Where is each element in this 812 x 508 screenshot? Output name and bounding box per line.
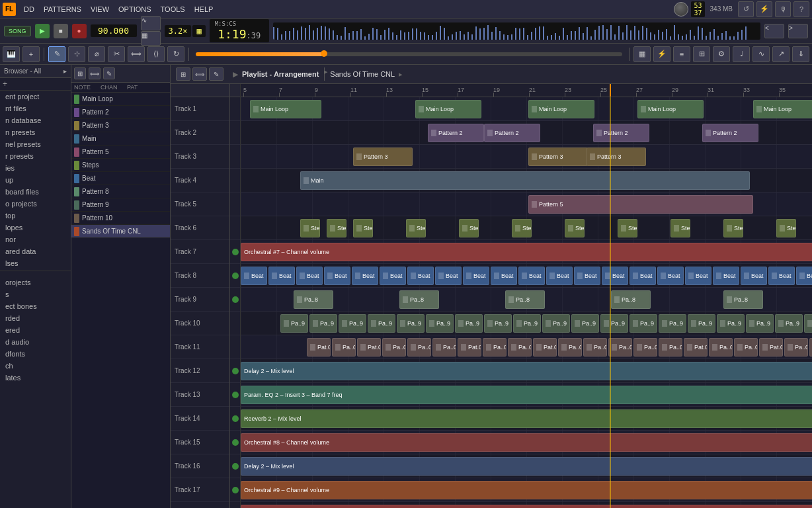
- pattern-item-8[interactable]: Pattern 9: [71, 198, 170, 212]
- clip-5-2[interactable]: Steps: [353, 219, 373, 237]
- clip-10-15[interactable]: Pat.0: [684, 338, 708, 357]
- clip-7-12[interactable]: Beat: [574, 267, 600, 285]
- select-tool[interactable]: ⊹: [68, 46, 85, 62]
- track-row-2[interactable]: Pattern 3Pattern 3Pattern 3: [241, 145, 812, 169]
- playlist-tool-draw[interactable]: ⊞: [176, 67, 190, 81]
- sidebar-item-5[interactable]: r presets: [0, 150, 71, 162]
- clip-16-0[interactable]: Orchestral #9 – Channel volume: [241, 481, 812, 499]
- add-pattern-icon[interactable]: ⊞: [74, 67, 86, 79]
- clip-4-0[interactable]: Pattern 5: [528, 195, 753, 214]
- clip-10-7[interactable]: Pa..0: [483, 338, 507, 357]
- sidebar-item-13[interactable]: ared data: [0, 245, 71, 257]
- clip-10-14[interactable]: Pa..0: [659, 338, 682, 357]
- play-button[interactable]: ▶: [35, 24, 50, 38]
- clip-1-3[interactable]: Pattern 2: [702, 124, 758, 142]
- clip-10-19[interactable]: Pa..0: [784, 338, 808, 357]
- piano-tool[interactable]: 🎹: [3, 46, 20, 62]
- menu-patterns[interactable]: PATTERNS: [40, 4, 85, 15]
- clip-6-0[interactable]: Orchestral #7 – Channel volume: [241, 243, 812, 261]
- clip-9-8[interactable]: Pa..9: [513, 314, 541, 333]
- clip-10-17[interactable]: Pa..0: [734, 338, 758, 357]
- sidebar-item-2[interactable]: n database: [0, 114, 71, 126]
- pattern-item-1[interactable]: Pattern 2: [71, 106, 170, 119]
- mixer-btn[interactable]: ≡: [673, 46, 690, 62]
- clip-9-15[interactable]: Pa..9: [717, 314, 745, 333]
- clip-9-12[interactable]: Pa..9: [629, 314, 657, 333]
- clip-9-0[interactable]: Pa..9: [280, 314, 308, 333]
- clip-9-5[interactable]: Pa..9: [426, 314, 454, 333]
- waveform-btn[interactable]: ∿: [141, 16, 161, 30]
- clip-5-7[interactable]: Steps: [618, 219, 637, 237]
- clip-10-5[interactable]: Pa..0: [432, 338, 456, 357]
- clip-9-7[interactable]: Pa..9: [484, 314, 512, 333]
- clip-8-2[interactable]: Pa..8: [505, 290, 545, 309]
- stop-button[interactable]: ■: [54, 24, 68, 38]
- clip-5-4[interactable]: Steps: [459, 219, 479, 237]
- clip-5-1[interactable]: Steps: [327, 219, 346, 237]
- erase-tool[interactable]: ⌀: [88, 46, 105, 62]
- draw-tool[interactable]: ✎: [48, 46, 65, 62]
- clip-10-12[interactable]: Pa..0: [608, 338, 632, 357]
- mic-icon[interactable]: 🎙: [775, 1, 791, 17]
- clip-10-18[interactable]: Pat.0: [759, 338, 783, 357]
- record-button[interactable]: ●: [72, 24, 87, 38]
- playlist-tool-edit[interactable]: ✎: [209, 67, 223, 81]
- clip-10-8[interactable]: Pa..0: [508, 338, 532, 357]
- clip-9-13[interactable]: Pa..9: [659, 314, 686, 333]
- menu-tools[interactable]: TOOLS: [157, 4, 189, 15]
- clip-10-20[interactable]: Pa..0: [809, 338, 812, 357]
- pattern-link-icon[interactable]: ⟺: [89, 67, 101, 79]
- clip-9-14[interactable]: Pa..9: [688, 314, 715, 333]
- clip-7-1[interactable]: Beat: [268, 267, 295, 285]
- add-pattern-btn[interactable]: +: [22, 46, 40, 62]
- clip-7-9[interactable]: Beat: [491, 267, 517, 285]
- progress-bar[interactable]: [196, 52, 622, 56]
- song-mode-label[interactable]: SONG: [4, 26, 31, 36]
- clip-7-10[interactable]: Beat: [518, 267, 545, 285]
- track-row-13[interactable]: Reeverb 2 – Mix level: [241, 407, 812, 431]
- track-row-9[interactable]: Pa..9Pa..9Pa..9Pa..9Pa..9Pa..9Pa..9Pa..9…: [241, 312, 812, 335]
- menu-options[interactable]: OPTIONS: [114, 4, 155, 15]
- pattern-item-0[interactable]: Main Loop: [71, 93, 170, 106]
- tempo-display[interactable]: 90.000: [91, 24, 137, 37]
- settings-btn[interactable]: ⚙: [713, 46, 730, 62]
- menu-view[interactable]: VIEW: [87, 4, 113, 15]
- pattern-item-7[interactable]: Pattern 8: [71, 185, 170, 198]
- clip-10-13[interactable]: Pa..0: [633, 338, 657, 357]
- clip-9-16[interactable]: Pa..9: [746, 314, 774, 333]
- clip-15-0[interactable]: Delay 2 – Mix level: [241, 457, 812, 476]
- playlist-tool-prev[interactable]: ⟺: [192, 67, 207, 81]
- clip-5-0[interactable]: Steps: [300, 219, 320, 237]
- sidebar-item-11[interactable]: lopes: [0, 222, 71, 233]
- clip-11-0[interactable]: Delay 2 – Mix level: [241, 362, 812, 380]
- clip-9-4[interactable]: Pa..9: [397, 314, 425, 333]
- loop-tool[interactable]: ↻: [167, 46, 184, 62]
- clip-10-4[interactable]: Pa..0: [407, 338, 431, 357]
- tracks-scroll-area[interactable]: 5791113151719212325272931333537394143 Ma…: [241, 84, 812, 508]
- master-volume-knob[interactable]: [674, 2, 688, 17]
- waveform-scroll-left[interactable]: <: [764, 24, 784, 38]
- clip-5-9[interactable]: Steps: [723, 219, 743, 237]
- clip-7-20[interactable]: Beat: [796, 267, 812, 285]
- track-row-5[interactable]: StepsStepsStepsStepsStepsStepsStepsSteps…: [241, 216, 812, 240]
- sidebar-item-4[interactable]: nel presets: [0, 138, 71, 150]
- track-row-3[interactable]: Main: [241, 169, 812, 192]
- help-icon[interactable]: ?: [793, 1, 809, 17]
- pattern-item-4[interactable]: Pattern 5: [71, 146, 170, 159]
- clip-7-14[interactable]: Beat: [629, 267, 656, 285]
- sidebar-item-23[interactable]: ch: [0, 360, 71, 372]
- pattern-item-10[interactable]: Sands Of Time CNL: [71, 225, 170, 238]
- clip-9-17[interactable]: Pa..9: [775, 314, 803, 333]
- clip-7-6[interactable]: Beat: [407, 267, 434, 285]
- track-row-12[interactable]: Param. EQ 2 – Insert 3 – Band 7 freq: [241, 383, 812, 407]
- pattern-edit-icon[interactable]: ✎: [103, 67, 115, 79]
- clip-7-15[interactable]: Beat: [657, 267, 684, 285]
- pattern-item-5[interactable]: Steps: [71, 159, 170, 172]
- clip-2-0[interactable]: Pattern 3: [353, 148, 413, 166]
- clip-9-11[interactable]: Pa..9: [600, 314, 628, 333]
- clip-5-6[interactable]: Steps: [565, 219, 585, 237]
- sidebar-item-22[interactable]: dfonts: [0, 348, 71, 360]
- clip-8-1[interactable]: Pa..8: [399, 290, 439, 309]
- clip-7-2[interactable]: Beat: [296, 267, 323, 285]
- sidebar-item-3[interactable]: n presets: [0, 126, 71, 138]
